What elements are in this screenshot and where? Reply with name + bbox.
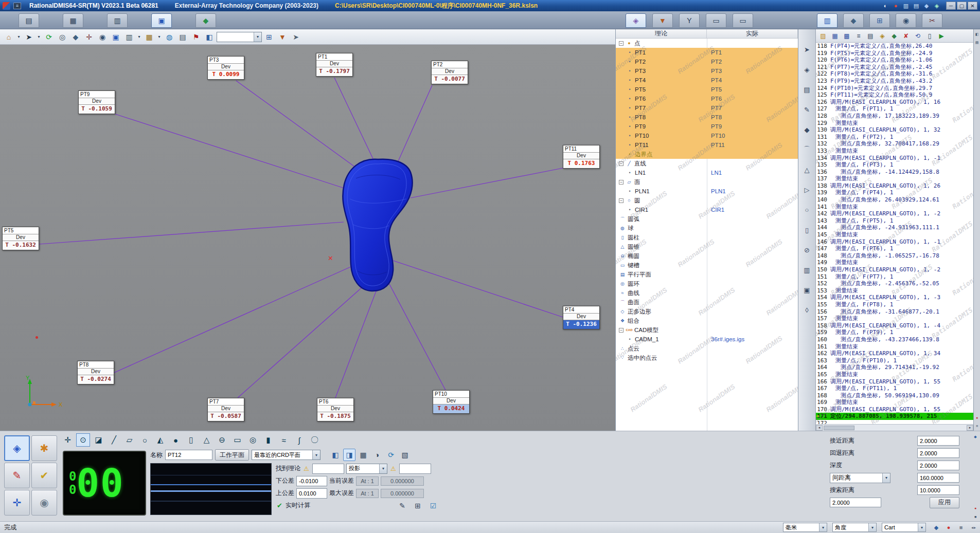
tree-row-正多边形[interactable]: ◇正多边形 xyxy=(616,307,798,316)
tree-row-CADM_1[interactable]: •CADM_136r#.iges.igs xyxy=(616,335,798,344)
code-line-154[interactable]: 154调用/M(EASI_CLEARPLN_GOTO), 1, -3 xyxy=(816,294,973,301)
mode-dropdown[interactable]: 最靠近的CRD平面 xyxy=(252,450,320,460)
chevron-down-icon[interactable] xyxy=(882,473,890,483)
confirm-mode-button[interactable]: ✔ xyxy=(31,463,57,488)
tree-row-CIR1[interactable]: •CIR1CIR1 xyxy=(616,205,798,214)
view-theory-button[interactable]: ◧ xyxy=(329,449,342,461)
table-button[interactable]: ▤ xyxy=(865,30,876,42)
code-line-155[interactable]: 155测量/点, F(PT8), 1 xyxy=(816,301,973,308)
viewport[interactable]: PT3DevT 0.0099PT1DevT -0.1797PT2DevT -0.… xyxy=(0,45,615,431)
tree-row-PT3[interactable]: •PT3PT3 xyxy=(616,66,798,76)
edit-note-button[interactable]: ✎ xyxy=(396,500,408,512)
feature-cylinder2[interactable]: ▮ xyxy=(261,433,275,447)
probe-tool[interactable]: ◆ xyxy=(801,124,813,135)
code-line-162[interactable]: 162调用/M(EASI_CLEARPLN_GOTO), 1, 34 xyxy=(816,350,973,357)
probe-mode-button[interactable]: ◈ xyxy=(4,435,30,461)
chevron-down-icon[interactable] xyxy=(254,32,261,42)
code-line-140[interactable]: 140测点/直角坐标, 26.403929,124.61 xyxy=(816,196,973,204)
collapse-icon[interactable] xyxy=(619,41,623,46)
tree-row-椭圆[interactable]: ⊖椭圆 xyxy=(616,251,798,261)
code-line-132[interactable]: 132测点/直角坐标, 32.708417,168.29 xyxy=(816,140,973,148)
nogo-tool[interactable]: ⊘ xyxy=(801,244,813,255)
tab-editor[interactable]: ▥ xyxy=(817,13,838,28)
dev-label-PT8[interactable]: PT8DevT -0.0274 xyxy=(77,361,114,384)
write-mode-button[interactable]: ✎ xyxy=(4,463,30,488)
code-line-134[interactable]: 134调用/M(EASI_CLEARPLN_GOTO), 1, -1 xyxy=(816,155,973,162)
tab-table[interactable]: ▥ xyxy=(107,13,128,28)
tab-tools[interactable]: ✂ xyxy=(922,13,942,28)
workplane-button[interactable]: 工作平面 xyxy=(215,449,249,461)
chevron-down-icon[interactable] xyxy=(868,523,876,531)
code-body[interactable]: 118F(PT4)=元素定义/点,直角坐标,26.40119F(PT5)=元素定… xyxy=(816,43,973,424)
code-line-165[interactable]: 165测量结束 xyxy=(816,371,973,378)
tree-row-圆环[interactable]: ◎圆环 xyxy=(616,279,798,288)
tree-row-PT7[interactable]: •PT7PT7 xyxy=(616,103,798,113)
feature-sphere[interactable]: ● xyxy=(169,433,183,447)
code-line-120[interactable]: 120F(PT6)=元素定义/点,直角坐标,-1.06 xyxy=(816,57,973,64)
pointer-tool[interactable]: ➤ xyxy=(801,44,813,55)
code-line-118[interactable]: 118F(PT4)=元素定义/点,直角坐标,26.40 xyxy=(816,43,973,50)
magnet-tool[interactable]: ◈ xyxy=(801,64,813,75)
dev-label-PT4[interactable]: PT4DevT -0.1236 xyxy=(563,306,600,329)
grid-button[interactable]: ▦ xyxy=(143,31,155,43)
view-table-button[interactable]: ▦ xyxy=(357,449,369,461)
tree-row-PT10[interactable]: •PT10PT10 xyxy=(616,131,798,140)
view-report-button[interactable]: ▧ xyxy=(399,449,411,461)
home-dropdown[interactable]: ▾ xyxy=(16,31,22,43)
layout-dropdown[interactable]: ▾ xyxy=(136,31,142,43)
code-line-156[interactable]: 156测点/直角坐标, -31.646877,-20.1 xyxy=(816,308,973,316)
axis-mode-button[interactable]: ✛ xyxy=(4,490,30,516)
view-button[interactable]: ◉ xyxy=(96,31,109,43)
collapse-icon[interactable] xyxy=(619,198,623,203)
code-line-136[interactable]: 136测点/直角坐标, -14.124429,158.8 xyxy=(816,169,973,176)
code-line-149[interactable]: 149测量结束 xyxy=(816,259,973,266)
code-line-141[interactable]: 141测量结束 xyxy=(816,204,973,211)
tree-row-PLN1[interactable]: •PLN1PLN1 xyxy=(616,187,798,196)
tree-row-PT6[interactable]: •PT6PT6 xyxy=(616,94,798,103)
find-theory-input[interactable] xyxy=(312,464,344,474)
code-line-145[interactable]: 145测量结束 xyxy=(816,231,973,238)
user-badge[interactable]: ◆ xyxy=(921,2,932,10)
code-line-123[interactable]: 123F(PT9)=元素定义/点,直角坐标,-43.2 xyxy=(816,78,973,85)
tree-row-键槽[interactable]: ▭键槽 xyxy=(616,261,798,270)
link-button[interactable]: ⊞ xyxy=(412,500,424,512)
cylinder-tool[interactable]: ▯ xyxy=(801,224,813,235)
code-line-139[interactable]: 139测量/点, F(PT4), 1 xyxy=(816,189,973,196)
feature-plane[interactable]: ◪ xyxy=(92,433,105,447)
dock-alarm-icon[interactable]: ● xyxy=(974,415,979,420)
view-half-button[interactable]: ◑ xyxy=(371,449,383,461)
feature-circle[interactable]: ○ xyxy=(138,433,152,447)
code-line-166[interactable]: 166调用/M(EASI_CLEARPLN_GOTO), 1, 55 xyxy=(816,378,973,385)
tab-monitor1[interactable]: ▭ xyxy=(706,13,726,28)
filter-button[interactable]: ▼ xyxy=(276,31,289,43)
grid-dropdown[interactable]: ▾ xyxy=(156,31,162,43)
collapse-icon[interactable] xyxy=(619,180,623,185)
units-dropdown[interactable]: 毫米 xyxy=(783,523,827,532)
code-line-125[interactable]: 125F(PT11)=元素定义/点,直角坐标,50.9 xyxy=(816,91,973,99)
shield-button[interactable]: ◆ xyxy=(888,30,900,42)
layout-button[interactable]: ▥ xyxy=(123,31,135,43)
report-badge[interactable]: ▤ xyxy=(911,2,921,10)
confirm-button[interactable]: ☑ xyxy=(427,500,439,512)
code-line-167[interactable]: 167测量/点, F(PT11), 1 xyxy=(816,385,973,392)
dev-label-PT10[interactable]: PT10DevT 0.0424 xyxy=(433,390,470,414)
code-line-158[interactable]: 158调用/M(EASI_CLEARPLN_GOTO), 1, -4 xyxy=(816,322,973,329)
code-line-137[interactable]: 137测量结束 xyxy=(816,175,973,182)
realtime-checkbox[interactable] xyxy=(276,502,283,509)
status-alarm-icon[interactable]: ● xyxy=(943,523,954,531)
status-corner[interactable]: ◂▸ xyxy=(971,525,976,530)
zoom-button[interactable]: ◎ xyxy=(56,31,68,43)
grid-tool[interactable]: ▣ xyxy=(801,284,813,296)
panel-tool[interactable]: ▥ xyxy=(801,264,813,275)
code-line-130[interactable]: 130调用/M(EASI_CLEARPLN_GOTO), 1, 32 xyxy=(816,126,973,134)
code-line-133[interactable]: 133测量结束 xyxy=(816,148,973,155)
scroll-right-icon[interactable] xyxy=(967,425,973,431)
tree-row-面[interactable]: ▱面 xyxy=(616,177,798,187)
code-line-151[interactable]: 151测量/点, F(PT7), 1 xyxy=(816,273,973,281)
code-line-150[interactable]: 150调用/M(EASI_CLEARPLN_GOTO), 1, -2 xyxy=(816,266,973,273)
feature-curve[interactable]: ≈ xyxy=(277,433,291,447)
code-line-160[interactable]: 160测点/直角坐标, -43.237466,139.8 xyxy=(816,336,973,343)
flag-button[interactable]: ⚑ xyxy=(190,31,202,43)
dock-theory-icon[interactable]: ◧ xyxy=(974,32,979,37)
lower-tol-input[interactable]: -0.0100 xyxy=(296,476,327,486)
